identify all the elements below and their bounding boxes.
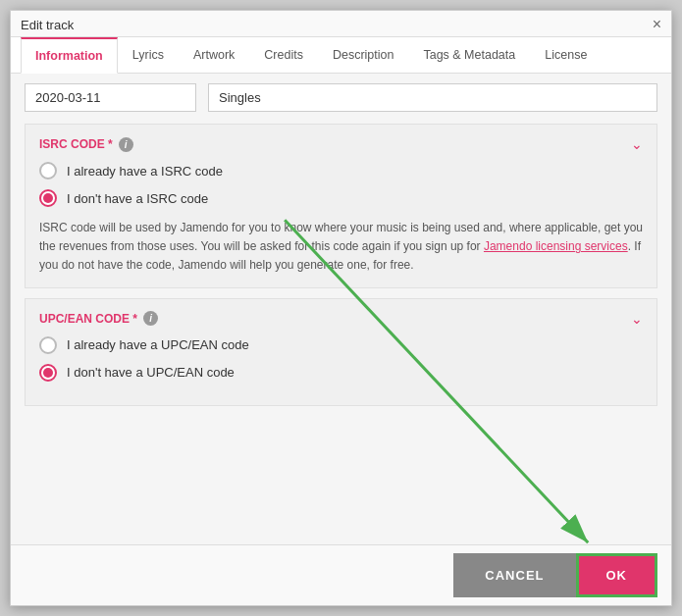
upc-radio-group: I already have a UPC/EAN code I don't ha… [39, 336, 643, 382]
date-input[interactable] [25, 83, 196, 112]
isrc-section: ISRC CODE * i ⌄ I already have a ISRC co… [25, 124, 657, 288]
modal-body: ISRC CODE * i ⌄ I already have a ISRC co… [11, 74, 671, 544]
isrc-option-no-label: I don't have a ISRC code [67, 191, 208, 206]
upc-title-text: UPC/EAN CODE * [39, 312, 137, 326]
tab-license[interactable]: License [530, 37, 602, 74]
close-button[interactable]: × [653, 17, 661, 32]
upc-section: UPC/EAN CODE * i ⌄ I already have a UPC/… [25, 298, 657, 406]
upc-option-have-label: I already have a UPC/EAN code [67, 337, 249, 352]
category-input[interactable] [208, 83, 657, 112]
upc-info-icon[interactable]: i [143, 311, 158, 326]
upc-option-no[interactable]: I don't have a UPC/EAN code [39, 364, 643, 382]
jamendo-licensing-link[interactable]: Jamendo licensing services [484, 239, 628, 253]
tab-description[interactable]: Description [318, 37, 409, 74]
cancel-button[interactable]: CANCEL [453, 553, 575, 597]
tab-artwork[interactable]: Artwork [179, 37, 249, 74]
upc-option-have[interactable]: I already have a UPC/EAN code [39, 336, 643, 354]
upc-option-no-label: I don't have a UPC/EAN code [67, 365, 235, 380]
edit-track-modal: Edit track × Information Lyrics Artwork … [10, 10, 672, 606]
isrc-section-header: ISRC CODE * i ⌄ [39, 136, 643, 152]
upc-radio-have[interactable] [39, 336, 57, 354]
tab-credits[interactable]: Credits [249, 37, 318, 74]
modal-title: Edit track [21, 18, 74, 32]
isrc-title-text: ISRC CODE * [39, 137, 113, 151]
isrc-title: ISRC CODE * i [39, 137, 133, 152]
tab-tags-metadata[interactable]: Tags & Metadata [408, 37, 530, 74]
upc-chevron-icon[interactable]: ⌄ [631, 311, 643, 327]
ok-button[interactable]: OK [576, 553, 658, 597]
isrc-option-have[interactable]: I already have a ISRC code [39, 162, 643, 180]
upc-section-header: UPC/EAN CODE * i ⌄ [39, 311, 643, 327]
isrc-option-no[interactable]: I don't have a ISRC code [39, 189, 643, 207]
upc-title: UPC/EAN CODE * i [39, 311, 158, 326]
isrc-chevron-icon[interactable]: ⌄ [631, 136, 643, 152]
isrc-radio-group: I already have a ISRC code I don't have … [39, 162, 643, 207]
tab-information[interactable]: Information [21, 37, 118, 74]
tab-lyrics[interactable]: Lyrics [118, 37, 179, 74]
isrc-info-icon[interactable]: i [119, 137, 133, 152]
modal-footer: CANCEL OK [11, 544, 671, 605]
isrc-option-have-label: I already have a ISRC code [67, 164, 223, 179]
top-fields [25, 83, 657, 112]
upc-radio-no[interactable] [39, 364, 57, 382]
tab-bar: Information Lyrics Artwork Credits Descr… [11, 37, 671, 74]
isrc-radio-no[interactable] [39, 189, 57, 207]
modal-header: Edit track × [11, 11, 671, 37]
isrc-radio-have[interactable] [39, 162, 57, 180]
isrc-description: ISRC code will be used by Jamendo for yo… [39, 219, 643, 276]
